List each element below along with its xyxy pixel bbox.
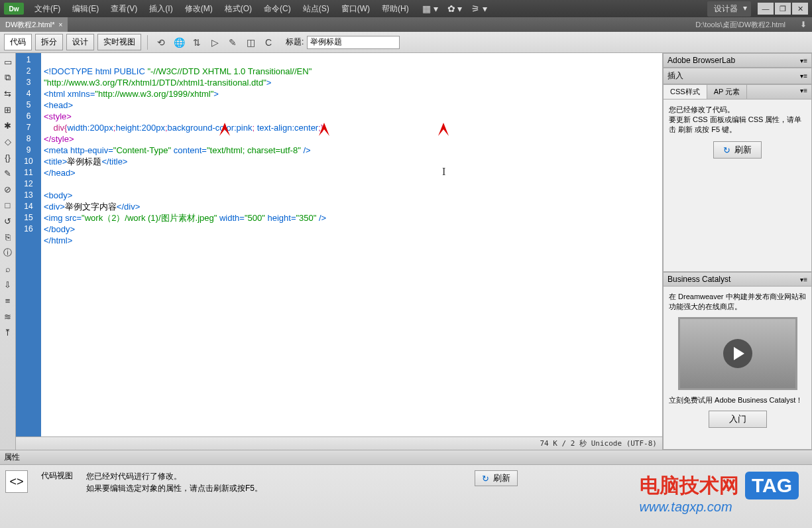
title-label: 标题: [286,36,304,48]
props-label: 代码视图 [41,470,73,482]
menu-file[interactable]: 文件(F) [34,3,60,15]
business-catalyst-body: 在 Dreamweaver 中构建并发布商业网站和功能强大的在线商店。 立刻免费… [663,287,812,450]
properties-title[interactable]: 属性 [0,450,812,465]
menu-insert[interactable]: 插入(I) [149,3,172,15]
document-tab-name: DW教程2.html* [5,20,55,30]
title-input[interactable] [307,36,400,49]
lt-icon-2[interactable]: ⧉ [2,72,14,84]
menu-site[interactable]: 站点(S) [303,3,329,15]
refresh-icon: ↻ [723,145,730,155]
lt-icon-14[interactable]: ⌕ [2,263,14,275]
extension-icon[interactable]: ⚞ ▾ [471,3,487,14]
lt-icon-9[interactable]: ⊘ [2,183,14,195]
bc-cta-text: 立刻免费试用 Adobe Business Catalyst！ [669,395,806,405]
lt-icon-6[interactable]: ◇ [2,135,14,147]
lt-icon-5[interactable]: ✱ [2,119,14,131]
code-view-icon: <> [5,470,28,493]
annotation-arrow-1 [217,119,237,166]
ap-elements-tab[interactable]: AP 元素 [707,85,748,99]
app-logo: Dw [4,3,24,15]
code-editor[interactable]: 1234 5678 9101112 13141516 <!DOCTYPE htm… [16,53,662,436]
window-minimize[interactable]: — [758,3,774,15]
lt-icon-10[interactable]: □ [2,199,14,211]
right-panel-group: Adobe BrowserLab▾≡ 插入▾≡ CSS样式 AP 元素 ▾≡ 您… [662,53,812,450]
settings-icon[interactable]: ✿ ▾ [447,3,463,14]
lt-icon-18[interactable]: ⤒ [2,326,14,338]
toolbar-icon-4[interactable]: ▷ [207,35,222,50]
refresh-icon: ↻ [482,474,489,484]
main-menu: 文件(F) 编辑(E) 查看(V) 插入(I) 修改(M) 格式(O) 命令(C… [34,3,409,15]
bc-enter-button[interactable]: 入门 [709,411,767,428]
lt-icon-8[interactable]: ✎ [2,167,14,179]
titlebar: Dw 文件(F) 编辑(E) 查看(V) 插入(I) 修改(M) 格式(O) 命… [0,0,812,17]
lt-icon-4[interactable]: ⊞ [2,103,14,115]
lt-icon-15[interactable]: ⇩ [2,279,14,291]
code-toolbar: ▭ ⧉ ⇆ ⊞ ✱ ◇ {} ✎ ⊘ □ ↺ ⎘ ⓘ ⌕ ⇩ ≡ ≋ ⤒ [0,53,16,450]
document-tabbar: DW教程2.html* × D:\tools\桌面\DW教程2.html ⬇ [0,17,812,32]
separator [147,35,148,50]
watermark-url: www.tagxp.com [640,499,799,515]
tab-close-icon[interactable]: × [59,21,63,29]
toolbar-icon-5[interactable]: ✎ [225,35,240,50]
view-split-button[interactable]: 拆分 [35,34,63,50]
toolbar-icon-6[interactable]: ◫ [243,35,258,50]
toolbar-icon-1[interactable]: ⟲ [154,35,168,50]
document-tab[interactable]: DW教程2.html* × [0,17,68,32]
doc-dropdown-icon[interactable]: ⬇ [799,20,808,29]
menu-format[interactable]: 格式(O) [225,3,252,15]
bc-video-thumbnail[interactable] [678,317,797,390]
css-styles-tab[interactable]: CSS样式 [664,85,707,99]
menu-view[interactable]: 查看(V) [111,3,137,15]
insert-panel-header[interactable]: 插入▾≡ [663,68,812,84]
status-info: 74 K / 2 秒 Unicode (UTF-8) [540,438,657,448]
view-code-button[interactable]: 代码 [4,34,32,50]
window-maximize[interactable]: ❐ [775,3,791,15]
menu-modify[interactable]: 修改(M) [185,3,213,15]
menu-edit[interactable]: 编辑(E) [72,3,99,15]
annotation-arrow-3 [435,119,455,166]
text-cursor: I [442,166,445,177]
css-refresh-button[interactable]: ↻ 刷新 [713,141,762,159]
css-msg-2: 要更新 CSS 面板或编辑 CSS 属性，请单击 刷新 或按 F5 键。 [669,115,806,135]
play-icon [723,339,752,368]
code-content[interactable]: <!DOCTYPE html PUBLIC "-//W3C//DTD XHTML… [41,53,329,436]
watermark-tag: TAG [745,472,799,499]
document-toolbar: 代码 拆分 设计 实时视图 ⟲ 🌐 ⇅ ▷ ✎ ◫ C 标题: [0,32,812,53]
window-close[interactable]: ✕ [792,3,808,15]
lt-icon-12[interactable]: ⎘ [2,231,14,243]
workspace-dropdown[interactable]: 设计器 [707,1,751,17]
view-live-button[interactable]: 实时视图 [97,34,141,50]
props-msg-2: 如果要编辑选定对象的属性，请点击刷新或按F5。 [86,482,262,494]
watermark: 电脑技术网 TAG www.tagxp.com [640,472,799,515]
refresh-icon[interactable]: C [261,35,276,50]
menu-command[interactable]: 命令(C) [264,3,291,15]
lt-icon-7[interactable]: {} [2,151,14,163]
bc-message: 在 Dreamweaver 中构建并发布商业网站和功能强大的在线商店。 [669,292,806,312]
browserlab-panel-header[interactable]: Adobe BrowserLab▾≡ [663,53,812,68]
props-msg-1: 您已经对代码进行了修改。 [86,470,262,482]
menu-window[interactable]: 窗口(W) [341,3,370,15]
lt-icon-16[interactable]: ≡ [2,295,14,306]
css-panel-body: 您已经修改了代码。 要更新 CSS 面板或编辑 CSS 属性，请单击 刷新 或按… [663,99,812,272]
globe-icon[interactable]: 🌐 [172,35,186,50]
props-refresh-button[interactable]: ↻ 刷新 [475,470,518,486]
css-msg-1: 您已经修改了代码。 [669,105,806,115]
lt-icon-17[interactable]: ≋ [2,310,14,322]
watermark-text: 电脑技术网 [640,474,739,496]
business-catalyst-header[interactable]: Business Catalyst▾≡ [663,272,812,287]
title-toolbar-icons: ▦ ▾ ✿ ▾ ⚞ ▾ [422,3,488,14]
lt-icon-11[interactable]: ↺ [2,215,14,227]
status-bar: 74 K / 2 秒 Unicode (UTF-8) [16,436,662,450]
toolbar-icon-3[interactable]: ⇅ [190,35,204,50]
menu-help[interactable]: 帮助(H) [382,3,409,15]
file-path: D:\tools\桌面\DW教程2.html [695,20,799,30]
view-design-button[interactable]: 设计 [66,34,94,50]
line-gutter: 1234 5678 9101112 13141516 [16,53,41,436]
layout-icon[interactable]: ▦ ▾ [422,3,438,14]
lt-icon-13[interactable]: ⓘ [2,247,14,259]
css-panel-tabs: CSS样式 AP 元素 ▾≡ [663,84,812,99]
annotation-arrow-2 [316,119,336,166]
lt-icon-1[interactable]: ▭ [2,56,14,68]
lt-icon-3[interactable]: ⇆ [2,88,14,99]
